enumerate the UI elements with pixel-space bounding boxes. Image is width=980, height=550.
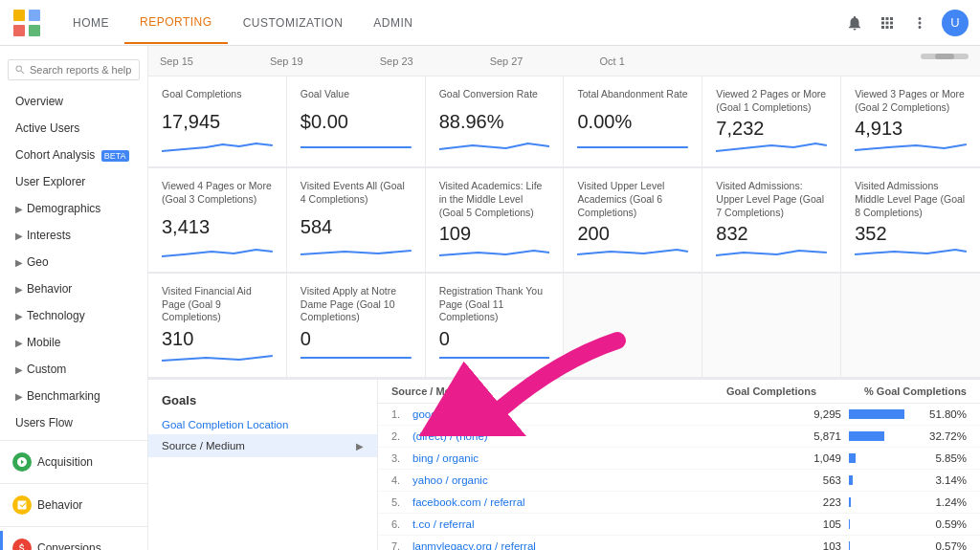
sidebar-section-acquisition[interactable]: Acquisition — [0, 445, 147, 479]
table-col-header: Source / Medium Goal Completions % Goal … — [378, 380, 980, 404]
date-label-5: Oct 1 — [600, 55, 625, 67]
sidebar-item-technology[interactable]: ▶Technology — [0, 302, 147, 329]
sidebar-item-interests[interactable]: ▶Interests — [0, 222, 147, 249]
row-bar — [849, 431, 884, 441]
row-num: 4. — [391, 474, 412, 486]
scroll-indicator[interactable] — [921, 54, 969, 59]
row-bar — [849, 453, 856, 463]
goal-completion-link[interactable]: Goal Completion Location — [148, 415, 377, 434]
svg-rect-3 — [29, 25, 40, 36]
metric-goal-5: Visited Academics: Life in the Middle Le… — [426, 168, 565, 273]
date-label-3: Sep 23 — [380, 55, 413, 67]
metric-goal-4: Visited Events All (Goal 4 Completions) … — [287, 168, 426, 273]
apps-icon[interactable] — [877, 12, 898, 33]
nav-admin[interactable]: ADMIN — [358, 3, 428, 43]
row-completions: 563 — [765, 474, 841, 486]
sidebar-item-cohort[interactable]: Cohort Analysis BETA — [0, 142, 147, 168]
row-bar-container — [849, 497, 906, 507]
nav-items: HOME REPORTING CUSTOMIZATION ADMIN — [57, 2, 844, 44]
table-row: 6. t.co / referral 105 0.59% — [378, 514, 980, 536]
nav-customization[interactable]: CUSTOMIZATION — [228, 3, 359, 43]
sidebar-divider-1 — [0, 440, 147, 441]
row-pct: 0.59% — [914, 518, 967, 530]
row-bar-container — [849, 453, 906, 463]
goals-panel: Goals Goal Completion Location Source / … — [148, 380, 378, 550]
row-bar — [849, 409, 904, 419]
metric-empty-3 — [841, 274, 980, 378]
table-row: 7. lanmylegacy.org / referral 103 0.57% — [378, 536, 980, 550]
sidebar-item-demographics[interactable]: ▶Demographics — [0, 195, 147, 222]
row-pct: 51.80% — [914, 408, 967, 420]
row-source-link[interactable]: t.co / referral — [412, 518, 765, 530]
sidebar-item-users-flow[interactable]: Users Flow — [0, 409, 147, 436]
date-label-4: Sep 27 — [490, 55, 523, 67]
row-bar — [849, 497, 851, 507]
row-pct: 3.14% — [914, 474, 967, 486]
sidebar-item-mobile[interactable]: ▶Mobile — [0, 329, 147, 356]
metric-abandonment-rate: Total Abandonment Rate 0.00% — [564, 77, 702, 167]
row-num: 2. — [391, 430, 412, 442]
row-bar-container — [849, 519, 906, 529]
nav-reporting[interactable]: REPORTING — [124, 2, 228, 44]
metric-empty-1 — [564, 274, 702, 378]
sidebar-section-behavior[interactable]: Behavior — [0, 488, 147, 522]
col-source: Source / Medium — [391, 385, 476, 397]
acquisition-icon — [12, 452, 32, 472]
row-bar — [849, 541, 850, 550]
table-rows-container: 1. google / organic 9,295 51.80% 2. (dir… — [378, 404, 980, 550]
row-source-link[interactable]: yahoo / organic — [412, 474, 765, 486]
row-source-link[interactable]: bing / organic — [412, 452, 765, 464]
row-bar-container — [849, 431, 906, 441]
nav-home[interactable]: HOME — [57, 3, 124, 43]
sidebar-item-geo[interactable]: ▶Geo — [0, 249, 147, 275]
row-num: 6. — [391, 518, 412, 530]
row-completions: 103 — [765, 540, 841, 550]
metrics-row-3: Visited Financial Aid Page (Goal 9 Compl… — [148, 274, 980, 379]
date-label-2: Sep 19 — [270, 55, 303, 67]
row-bar-container — [849, 541, 906, 550]
table-row: 1. google / organic 9,295 51.80% — [378, 404, 980, 426]
metrics-row-1: Goal Completions 17,945 Goal Value $0.00… — [148, 77, 980, 168]
sidebar-section-conversions[interactable]: Conversions — [0, 531, 147, 550]
row-completions: 223 — [765, 496, 841, 508]
search-input[interactable] — [30, 64, 133, 76]
row-source-link[interactable]: facebook.com / referral — [412, 496, 765, 508]
sidebar-item-benchmarking[interactable]: ▶Benchmarking — [0, 383, 147, 409]
sidebar-divider-2 — [0, 483, 147, 484]
metric-goal-8: Visited Admissions Middle Level Page (Go… — [841, 168, 980, 273]
row-source-link[interactable]: (direct) / (none) — [412, 430, 765, 442]
svg-rect-2 — [13, 25, 25, 36]
date-label-1: Sep 15 — [160, 55, 193, 67]
row-source-link[interactable]: google / organic — [412, 408, 765, 420]
row-pct: 0.57% — [914, 540, 967, 550]
sidebar-item-active-users[interactable]: Active Users — [0, 115, 147, 142]
sidebar-search[interactable] — [8, 59, 140, 80]
col-pct: % Goal Completions — [864, 385, 967, 397]
table-panel: Source / Medium Goal Completions % Goal … — [378, 380, 980, 550]
sidebar-item-behavior[interactable]: ▶Behavior — [0, 275, 147, 302]
avatar[interactable]: U — [942, 10, 969, 36]
sidebar-item-user-explorer[interactable]: User Explorer — [0, 168, 147, 195]
beta-badge: BETA — [101, 150, 129, 162]
row-completions: 105 — [765, 518, 841, 530]
date-bar: Sep 15 Sep 19 Sep 23 Sep 27 Oct 1 — [148, 46, 980, 77]
table-row: 4. yahoo / organic 563 3.14% — [378, 470, 980, 492]
table-row: 2. (direct) / (none) 5,871 32.72% — [378, 426, 980, 448]
table-row: 5. facebook.com / referral 223 1.24% — [378, 492, 980, 514]
metric-conversion-rate: Goal Conversion Rate 88.96% — [426, 77, 565, 167]
sidebar-item-overview[interactable]: Overview — [0, 88, 147, 115]
sidebar-item-custom[interactable]: ▶Custom — [0, 356, 147, 383]
row-bar-container — [849, 409, 906, 419]
more-icon[interactable] — [909, 12, 930, 33]
source-medium-button[interactable]: Source / Medium ▶ — [148, 434, 377, 457]
row-completions: 9,295 — [765, 408, 841, 420]
row-source-link[interactable]: lanmylegacy.org / referral — [412, 540, 765, 550]
logo — [11, 8, 42, 38]
notification-icon[interactable] — [844, 12, 865, 33]
top-icons: U — [844, 10, 969, 36]
row-completions: 5,871 — [765, 430, 841, 442]
metric-goal-6: Visited Upper Level Academics (Goal 6 Co… — [564, 168, 702, 273]
main-layout: Overview Active Users Cohort Analysis BE… — [0, 46, 980, 550]
metric-goal-3: Viewed 4 Pages or More (Goal 3 Completio… — [148, 168, 287, 273]
row-num: 3. — [391, 452, 412, 464]
